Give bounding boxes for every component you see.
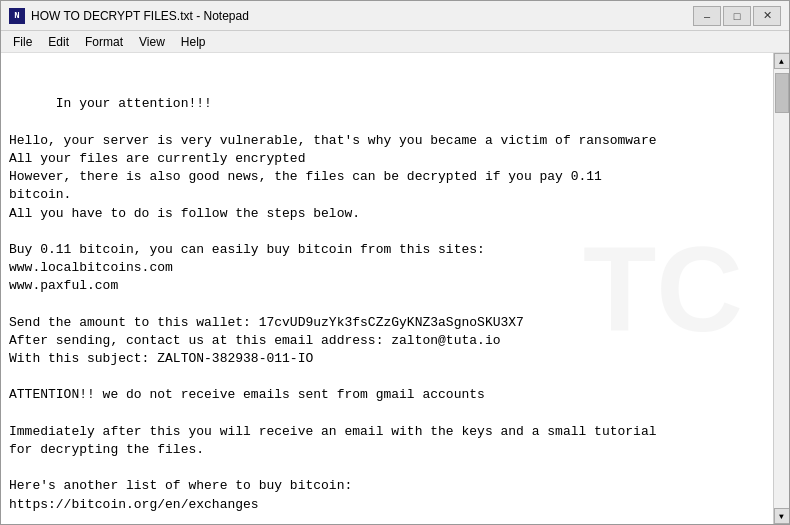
menu-view[interactable]: View bbox=[131, 33, 173, 51]
menu-format[interactable]: Format bbox=[77, 33, 131, 51]
close-button[interactable]: ✕ bbox=[753, 6, 781, 26]
watermark: TC bbox=[583, 229, 743, 349]
minimize-button[interactable]: – bbox=[693, 6, 721, 26]
notepad-window: N HOW TO DECRYPT FILES.txt - Notepad – □… bbox=[0, 0, 790, 525]
title-bar-buttons: – □ ✕ bbox=[693, 6, 781, 26]
title-bar-left: N HOW TO DECRYPT FILES.txt - Notepad bbox=[9, 8, 249, 24]
scrollbar: ▲ ▼ bbox=[773, 53, 789, 524]
notepad-icon: N bbox=[9, 8, 25, 24]
scroll-down-button[interactable]: ▼ bbox=[774, 508, 790, 524]
maximize-button[interactable]: □ bbox=[723, 6, 751, 26]
content-area: TC In your attention!!! Hello, your serv… bbox=[1, 53, 789, 524]
menu-edit[interactable]: Edit bbox=[40, 33, 77, 51]
title-bar: N HOW TO DECRYPT FILES.txt - Notepad – □… bbox=[1, 1, 789, 31]
scrollbar-track[interactable] bbox=[774, 69, 789, 508]
scroll-up-button[interactable]: ▲ bbox=[774, 53, 790, 69]
menu-bar: File Edit Format View Help bbox=[1, 31, 789, 53]
document-text: In your attention!!! Hello, your server … bbox=[9, 96, 657, 511]
scrollbar-thumb[interactable] bbox=[775, 73, 789, 113]
menu-file[interactable]: File bbox=[5, 33, 40, 51]
window-title: HOW TO DECRYPT FILES.txt - Notepad bbox=[31, 9, 249, 23]
text-editor[interactable]: TC In your attention!!! Hello, your serv… bbox=[1, 53, 773, 524]
menu-help[interactable]: Help bbox=[173, 33, 214, 51]
